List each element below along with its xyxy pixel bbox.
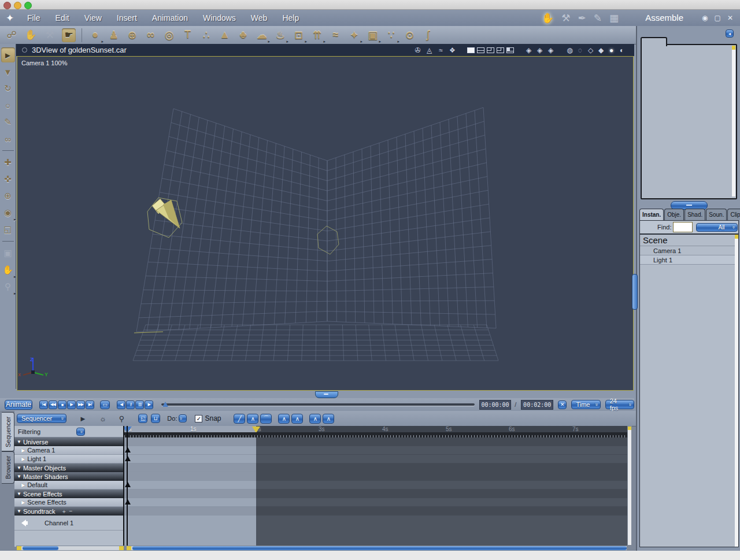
go-to-start-button[interactable]: I◀ [39, 400, 48, 409]
sphere-primitive-icon[interactable]: ● [88, 28, 102, 42]
spotlight-icon[interactable]: ✦ [347, 28, 361, 42]
timeline-track-area[interactable]: 0s1s2s3s4s5s6s7s [124, 426, 627, 546]
tab-sequencer[interactable]: Sequencer [2, 412, 14, 451]
seq-row-scene-effects[interactable]: ▼ Scene Effects ＋− [14, 489, 123, 498]
vertices-display-icon[interactable]: ◌ [576, 46, 584, 54]
translate-axis-tool[interactable]: ✜ [1, 172, 15, 187]
bounding-box-display-icon[interactable]: ◍ [565, 46, 574, 54]
keyframe-marker[interactable] [125, 456, 131, 461]
tab-sounds[interactable]: Soun. [706, 209, 727, 220]
seq-row-camera-1[interactable] [124, 446, 627, 455]
viewport-panel-splitter[interactable] [632, 274, 638, 310]
add-keyframe-button[interactable]: ⚷ [126, 400, 135, 409]
disclosure-triangle-icon[interactable]: ▶ [21, 500, 25, 505]
disclosure-triangle-icon[interactable]: ▼ [17, 509, 21, 514]
seq-row-soundtrack[interactable]: ▼ Soundtrack ＋− [14, 507, 123, 516]
formula-tweener-button[interactable]: ∧ [309, 414, 321, 424]
seq-row-master-shaders[interactable]: ▼ Master Shaders ＋− [14, 472, 123, 481]
add-sound-button[interactable]: ＋ [61, 508, 69, 514]
disclosure-triangle-icon[interactable]: ▼ [17, 465, 21, 470]
pointer-icon[interactable]: ► [79, 414, 87, 423]
time-mode-dropdown[interactable]: Time» [571, 400, 600, 409]
fountain-primitive-icon[interactable]: ⇈ [310, 28, 324, 42]
interactive-touch-icon[interactable]: ☛ [62, 28, 76, 42]
hand-mode-icon[interactable]: ✋ [24, 28, 38, 42]
rock-primitive-icon[interactable]: ☁ [254, 28, 269, 42]
tab-instances[interactable]: Instan. [639, 209, 664, 220]
close-window-icon[interactable]: ✕ [727, 14, 733, 22]
oscillate-tweener-button[interactable]: ∧ [278, 414, 290, 424]
disclosure-triangle-icon[interactable]: ▶ [21, 457, 25, 462]
text-primitive-icon[interactable]: T [180, 28, 195, 42]
tab-browser[interactable]: Browser [2, 451, 14, 484]
fire-primitive-icon[interactable]: ♨ [273, 28, 287, 42]
seq-row-soundtrack[interactable] [124, 507, 627, 516]
seq-row-camera-1[interactable]: ▶ Camera 1 ＋− [14, 446, 123, 455]
model-room-icon[interactable]: ⚒ [561, 12, 570, 24]
bone-icon[interactable]: ∫ [421, 28, 435, 42]
seq-row-universe[interactable] [124, 437, 627, 446]
settings-sun-icon[interactable]: ☼ [99, 414, 106, 423]
seq-row-scene-effects[interactable] [124, 489, 627, 498]
four-pane-layout-icon[interactable] [497, 47, 504, 53]
flat-display-icon[interactable]: ◆ [597, 46, 605, 54]
snap-checkbox[interactable]: ✓ [195, 415, 202, 422]
seq-row-master-objects[interactable]: ▼ Master Objects ＋− [14, 463, 123, 472]
timeline-ruler[interactable]: 0s1s2s3s4s5s6s7s [124, 426, 627, 437]
scene-item-camera-1[interactable]: Camera 1 [640, 246, 738, 255]
keyframe-marker[interactable] [125, 482, 131, 487]
find-filter-dropdown[interactable]: All» [696, 223, 738, 232]
scene-root[interactable]: Scene [640, 235, 738, 246]
camera-track-tool[interactable]: ▣ [1, 246, 15, 261]
find-input[interactable] [673, 222, 693, 232]
zoom-traffic-light[interactable] [24, 2, 32, 9]
group-icon[interactable]: ∵ [384, 28, 398, 42]
seq-row-scene-effects-item[interactable] [124, 498, 627, 507]
paint-room-icon[interactable]: ✎ [594, 12, 602, 24]
filtering-dropdown[interactable]: » [76, 428, 85, 436]
close-traffic-light[interactable] [3, 2, 11, 9]
magnifier-icon[interactable]: ⚲ [119, 414, 125, 423]
previous-keyframe-button[interactable]: ◀ [117, 400, 125, 409]
menu-edit[interactable]: Edit [48, 13, 77, 23]
target-helper-icon[interactable]: ⊙ [402, 28, 417, 42]
terrain-primitive-icon[interactable]: ▲ [217, 28, 232, 42]
folder-scrollbar[interactable] [732, 46, 735, 196]
rotate-tool[interactable]: ↻ [1, 81, 15, 96]
formula2-tweener-button[interactable]: ∧ [323, 414, 334, 424]
viewport-collapse-widget[interactable] [22, 47, 27, 53]
rewind-button[interactable]: ◀◀ [49, 400, 57, 409]
collapse-panel-button[interactable]: ◂ [726, 29, 734, 38]
remove-sound-button[interactable]: − [69, 508, 75, 514]
tab-clips[interactable]: Clips [727, 209, 740, 220]
delete-keyframe-button[interactable]: ▥ [135, 400, 144, 409]
scroll-to-time-button[interactable]: ⊔ [151, 414, 160, 423]
disclosure-triangle-icon[interactable]: ▼ [17, 439, 21, 444]
wireframe-display-icon[interactable]: ◇ [586, 46, 595, 54]
seq-row-master-objects[interactable] [124, 463, 627, 472]
camera-tools-icon[interactable]: ✇ [413, 46, 422, 54]
torus-primitive-icon[interactable]: ◎ [162, 28, 176, 42]
ocean-primitive-icon[interactable]: ≈ [328, 28, 343, 42]
bezier-tweener-button[interactable]: ⌒ [260, 414, 272, 424]
play-button[interactable]: ▶ [67, 400, 76, 409]
oscillate-abs-tweener-button[interactable]: ∧ [291, 414, 303, 424]
zoom-tool[interactable]: ⚲ [1, 279, 15, 294]
menu-web[interactable]: Web [243, 13, 275, 23]
three-pane-layout-icon[interactable] [487, 47, 494, 53]
timer-icon[interactable]: ◬ [425, 46, 434, 54]
menu-file[interactable]: File [20, 13, 48, 23]
custom-pane-layout-icon[interactable] [506, 47, 514, 53]
direct-select-tool[interactable]: ▼ [1, 64, 15, 79]
high-quality-icon[interactable]: ◈ [546, 46, 555, 54]
animation-bones-icon[interactable]: ☍ [5, 28, 18, 42]
go-to-end-button[interactable]: ▶I [86, 400, 94, 409]
working-box-tool[interactable]: ◱ [1, 222, 15, 237]
3d-viewport[interactable]: Camera 1 100% Z Y x [17, 56, 634, 391]
eye-icon[interactable]: ◉ [702, 14, 708, 22]
time-slider[interactable] [161, 403, 475, 406]
select-tool[interactable]: ► [1, 47, 15, 62]
disclosure-triangle-icon[interactable]: ▶ [21, 448, 25, 453]
menu-help[interactable]: Help [275, 13, 306, 23]
shaded-display-icon[interactable]: ● [607, 46, 616, 54]
